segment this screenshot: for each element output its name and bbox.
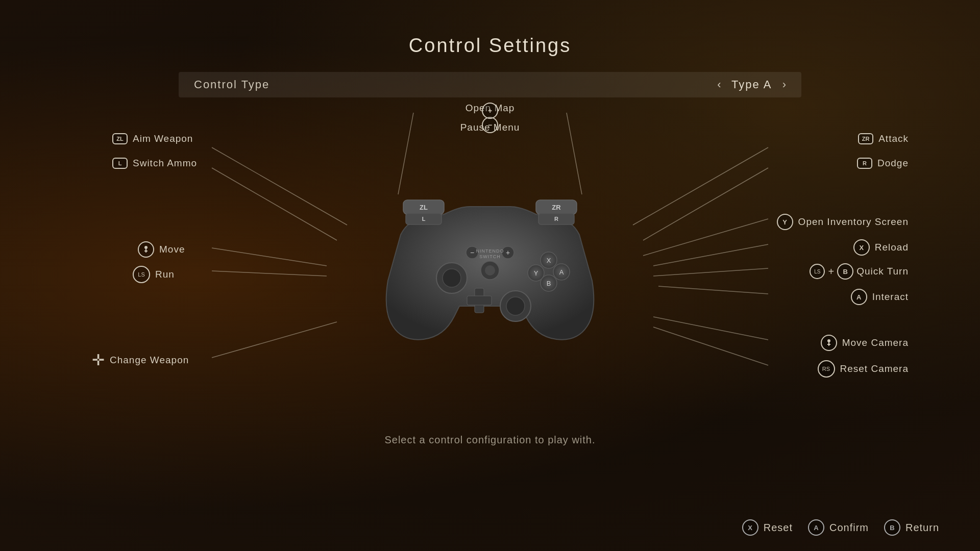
svg-text:−: − xyxy=(470,248,474,257)
run-label: Run LS xyxy=(133,266,175,283)
reset-camera-icon: RS xyxy=(818,360,835,378)
reset-action[interactable]: X Reset xyxy=(742,519,793,536)
reload-label: X Reload xyxy=(853,239,909,256)
prev-control-type-button[interactable]: ‹ xyxy=(717,78,721,91)
svg-text:ZL: ZL xyxy=(420,204,428,211)
aim-weapon-label: Aim Weapon ZL xyxy=(112,133,193,144)
svg-point-26 xyxy=(506,297,525,315)
move-label: Move xyxy=(138,241,185,258)
control-type-value-area: ‹ Type A › xyxy=(717,78,786,91)
quick-turn-ls-icon: LS xyxy=(810,264,825,279)
confirm-icon: A xyxy=(808,519,824,536)
svg-text:B: B xyxy=(547,280,551,287)
quick-turn-label: LS + B Quick Turn xyxy=(810,263,909,280)
svg-text:X: X xyxy=(547,257,551,264)
svg-line-13 xyxy=(653,317,768,340)
dodge-label: R Dodge xyxy=(857,158,909,169)
move-icon xyxy=(138,241,154,258)
svg-point-24 xyxy=(443,269,461,287)
switch-ammo-icon: L xyxy=(112,158,128,169)
control-type-value: Type A xyxy=(731,78,772,91)
control-type-label: Control Type xyxy=(194,78,270,91)
open-map-icon: − xyxy=(482,117,498,133)
svg-line-1 xyxy=(212,168,337,240)
aim-weapon-icon: ZL xyxy=(112,133,128,144)
svg-text:+: + xyxy=(506,248,510,257)
svg-line-3 xyxy=(212,271,327,276)
svg-point-45 xyxy=(144,246,148,249)
svg-rect-28 xyxy=(467,296,492,305)
switch-ammo-text: Switch Ammo xyxy=(133,158,197,169)
run-icon: LS xyxy=(133,266,150,283)
pause-menu-label: + Pause Menu xyxy=(460,103,520,133)
hint-text: Select a control configuration to play w… xyxy=(0,429,980,446)
attack-text: Attack xyxy=(878,133,909,144)
interact-icon: A xyxy=(851,289,867,305)
svg-line-10 xyxy=(653,244,768,266)
bottom-action-bar: X Reset A Confirm B Return xyxy=(742,519,939,536)
svg-text:Y: Y xyxy=(534,269,538,277)
confirm-action[interactable]: A Confirm xyxy=(808,519,869,536)
reload-icon: X xyxy=(853,239,870,256)
svg-line-11 xyxy=(653,268,768,276)
page-title: Control Settings xyxy=(0,0,980,57)
attack-label: ZR Attack xyxy=(858,133,909,144)
open-inventory-label: Y Open Inventory Screen xyxy=(777,214,909,230)
run-text: Run xyxy=(155,269,175,280)
reload-text: Reload xyxy=(875,242,909,253)
change-weapon-label: Change Weapon ✛ xyxy=(92,353,189,368)
reset-icon: X xyxy=(742,519,758,536)
svg-line-12 xyxy=(658,286,768,294)
open-inventory-text: Open Inventory Screen xyxy=(798,216,909,228)
svg-text:NINTENDO: NINTENDO xyxy=(476,248,504,254)
svg-point-42 xyxy=(485,265,495,276)
svg-line-14 xyxy=(653,327,768,365)
dodge-text: Dodge xyxy=(877,158,909,169)
svg-line-7 xyxy=(633,147,768,225)
pause-menu-icon: + xyxy=(482,103,498,119)
change-weapon-icon: ✛ xyxy=(92,353,105,368)
svg-text:L: L xyxy=(422,216,426,222)
interact-text: Interact xyxy=(872,291,909,303)
open-inventory-icon: Y xyxy=(777,214,793,230)
interact-label: A Interact xyxy=(851,289,909,305)
svg-text:A: A xyxy=(559,268,564,276)
svg-text:ZR: ZR xyxy=(552,204,561,211)
next-control-type-button[interactable]: › xyxy=(782,78,786,91)
svg-point-48 xyxy=(827,339,830,342)
move-camera-text: Move Camera xyxy=(842,337,909,348)
switch-ammo-label: Switch Ammo L xyxy=(112,158,197,169)
aim-weapon-text: Aim Weapon xyxy=(133,133,193,144)
svg-line-0 xyxy=(212,147,347,225)
reset-camera-label: RS Reset Camera xyxy=(818,360,909,378)
open-map-label: Open Map − xyxy=(465,103,515,133)
change-weapon-text: Change Weapon xyxy=(110,355,189,366)
control-type-bar: Control Type ‹ Type A › xyxy=(179,72,801,97)
svg-line-2 xyxy=(212,248,327,266)
move-camera-icon xyxy=(821,335,837,351)
svg-line-4 xyxy=(212,322,337,358)
confirm-label: Confirm xyxy=(829,522,869,534)
move-text: Move xyxy=(159,244,185,255)
svg-line-8 xyxy=(643,168,768,240)
move-camera-label: Move Camera xyxy=(821,335,909,351)
dodge-icon: R xyxy=(857,158,872,169)
svg-text:SWITCH: SWITCH xyxy=(479,254,501,259)
quick-turn-plus: + xyxy=(828,266,834,278)
quick-turn-b-icon: B xyxy=(837,263,853,280)
reset-camera-text: Reset Camera xyxy=(840,363,909,374)
quick-turn-text: Quick Turn xyxy=(856,266,909,277)
return-icon: B xyxy=(884,519,900,536)
attack-icon: ZR xyxy=(858,133,873,144)
pause-menu-text: Pause Menu xyxy=(460,122,520,133)
svg-line-9 xyxy=(643,219,768,256)
return-action[interactable]: B Return xyxy=(884,519,939,536)
open-map-text: Open Map xyxy=(465,103,515,114)
return-label: Return xyxy=(905,522,939,534)
reset-label: Reset xyxy=(764,522,793,534)
svg-text:R: R xyxy=(554,216,558,222)
